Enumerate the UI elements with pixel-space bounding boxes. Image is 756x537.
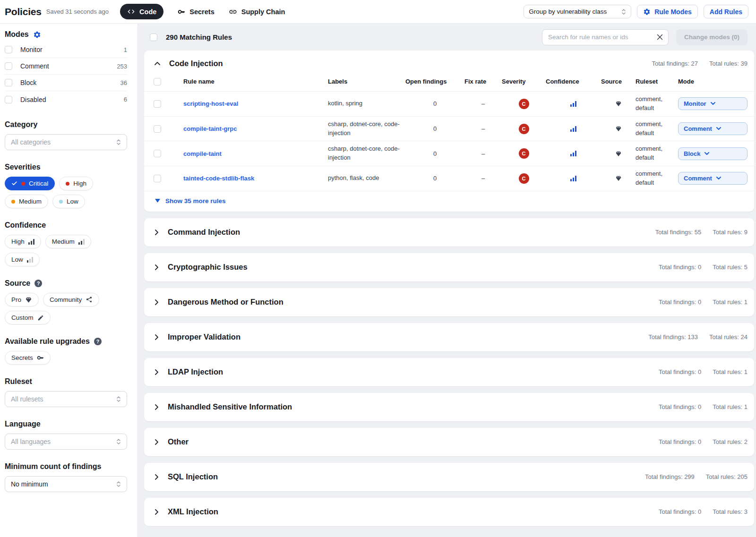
ruleset-value: comment, default [636, 92, 678, 116]
rule-labels: csharp, dotnet-core, code-injection [328, 141, 405, 166]
tab-secrets[interactable]: Secrets [178, 8, 214, 16]
total-findings: Total findings: 0 [659, 403, 701, 410]
section-card-command-injection[interactable]: Command Injection Total findings: 55 Tot… [144, 218, 754, 247]
source-chip-custom[interactable]: Custom [5, 311, 51, 324]
total-findings: Total findings: 0 [659, 438, 701, 445]
total-rules: Total rules: 2 [713, 438, 747, 445]
upgrades-title: Available rule upgrades ? [5, 337, 127, 346]
row-checkbox[interactable] [154, 100, 161, 108]
bar-chart-icon [28, 239, 34, 245]
section-card-improper-validation[interactable]: Improper Validation Total findings: 133 … [144, 323, 754, 351]
total-rules: Total rules: 39 [709, 60, 747, 67]
section-card-dangerous-method[interactable]: Dangerous Method or Function Total findi… [144, 288, 754, 316]
section-totals: Total findings: 0 Total rules: 1 [659, 403, 747, 410]
severity-chip-medium[interactable]: Medium [5, 195, 48, 208]
confidence-chip-medium[interactable]: Medium [45, 235, 91, 248]
category-select[interactable]: All categories [5, 134, 127, 150]
mode-dropdown[interactable]: Block [678, 147, 747, 160]
language-select[interactable]: All languages [5, 434, 127, 450]
source-section: Source ? Pro Community Custom [5, 279, 127, 324]
severity-dot [21, 182, 25, 186]
section-card-ldap-injection[interactable]: LDAP Injection Total findings: 0 Total r… [144, 358, 754, 386]
chevron-down-icon [711, 102, 715, 105]
severities-title: Severities [5, 163, 127, 171]
col-severity: Severity [502, 78, 546, 85]
modes-title-label: Modes [5, 30, 29, 39]
select-all-checkbox[interactable] [150, 34, 157, 41]
chevron-down-icon [716, 127, 721, 130]
help-icon[interactable]: ? [94, 338, 102, 345]
col-confidence: Confidence [546, 78, 601, 85]
mode-count: 1 [124, 46, 127, 53]
confidence-chip-high[interactable]: High [5, 235, 41, 248]
total-findings: Total findings: 0 [659, 298, 701, 306]
change-modes-button[interactable]: Change modes (0) [676, 29, 747, 45]
col-rule-name: Rule name [183, 78, 328, 85]
section-totals: Total findings: 27 Total rules: 39 [652, 60, 747, 67]
row-checkbox[interactable] [154, 125, 161, 133]
mode-value: Monitor [684, 100, 706, 107]
severity-chip-low[interactable]: Low [52, 195, 85, 208]
rules-main: 290 Matching Rules Change modes (0) Code… [138, 24, 756, 537]
show-more-rules-link[interactable]: Show 35 more rules [144, 191, 754, 212]
total-rules: Total rules: 1 [713, 403, 747, 410]
ruleset-select[interactable]: All rulesets [5, 391, 127, 407]
min-findings-select[interactable]: No minimum [5, 476, 127, 492]
select-section-checkbox[interactable] [154, 78, 161, 85]
mode-label: Block [20, 79, 36, 86]
section-card-xml-injection[interactable]: XML Injection Total findings: 0 Total ru… [144, 498, 754, 526]
mode-dropdown[interactable]: Comment [678, 172, 747, 185]
search-input[interactable] [542, 29, 669, 45]
section-card-cryptographic-issues[interactable]: Cryptographic Issues Total findings: 0 T… [144, 253, 754, 281]
upgrade-chip-secrets[interactable]: Secrets [5, 351, 51, 365]
add-rules-button[interactable]: Add Rules [704, 5, 748, 18]
source-title: Source ? [5, 279, 127, 288]
tab-code[interactable]: Code [120, 4, 163, 19]
modes-filter-list: Monitor 1 Comment 253 Block 36 Disabled … [5, 42, 127, 108]
mode-filter-block[interactable]: Block 36 [5, 75, 127, 91]
mode-dropdown[interactable]: Comment [678, 122, 747, 135]
rule-labels: python, flask, code [328, 170, 405, 186]
mode-filter-comment[interactable]: Comment 253 [5, 58, 127, 75]
row-checkbox[interactable] [154, 175, 161, 182]
col-ruleset: Ruleset [636, 78, 678, 85]
rule-name-link[interactable]: tainted-code-stdlib-flask [183, 175, 328, 182]
code-icon [127, 8, 135, 16]
section-card-sql-injection[interactable]: SQL Injection Total findings: 299 Total … [144, 463, 754, 491]
source-chip-community[interactable]: Community [43, 293, 99, 307]
severity-label: Low [67, 198, 78, 205]
rule-name-link[interactable]: compile-taint-grpc [183, 125, 328, 132]
rule-name-link[interactable]: compile-taint [183, 150, 328, 157]
checkbox[interactable] [5, 79, 12, 86]
gear-icon[interactable] [33, 31, 41, 39]
group-by-select[interactable]: Group by vulnerability class [524, 5, 631, 18]
section-card-other[interactable]: Other Total findings: 0 Total rules: 2 [144, 428, 754, 456]
rule-modes-button[interactable]: Rule Modes [637, 5, 698, 18]
tab-supply-chain[interactable]: Supply Chain [229, 8, 285, 16]
checkbox[interactable] [5, 96, 12, 103]
clear-search-icon[interactable] [656, 33, 664, 41]
row-checkbox[interactable] [154, 150, 161, 157]
confidence-chip-low[interactable]: Low [5, 253, 40, 266]
filters-sidebar: Modes Monitor 1 Comment 253 Block 36 Dis… [0, 24, 138, 537]
mode-filter-monitor[interactable]: Monitor 1 [5, 42, 127, 58]
section-header-code-injection[interactable]: Code Injection Total findings: 27 Total … [144, 51, 754, 72]
language-title: Language [5, 420, 127, 428]
severity-chip-high[interactable]: High [59, 177, 93, 190]
source-chip-pro[interactable]: Pro [5, 293, 39, 307]
mode-dropdown[interactable]: Monitor [678, 97, 747, 110]
checkbox[interactable] [5, 46, 12, 53]
help-icon[interactable]: ? [34, 280, 42, 287]
section-totals: Total findings: 133 Total rules: 24 [648, 333, 747, 341]
checkbox[interactable] [5, 62, 12, 70]
mode-filter-disabled[interactable]: Disabled 6 [5, 91, 127, 108]
severity-chip-critical[interactable]: Critical [5, 177, 55, 190]
rule-name-link[interactable]: scripting-host-eval [183, 100, 328, 107]
section-card-mishandled-sensitive-information[interactable]: Mishandled Sensitive Information Total f… [144, 393, 754, 421]
chevron-right-icon [154, 369, 159, 375]
chevron-up-down-icon [621, 8, 626, 16]
table-row: scripting-host-eval kotlin, spring 0 – C… [144, 92, 754, 117]
col-labels: Labels [328, 78, 405, 85]
severity-dot [66, 182, 69, 186]
section-title: Other [168, 437, 189, 446]
